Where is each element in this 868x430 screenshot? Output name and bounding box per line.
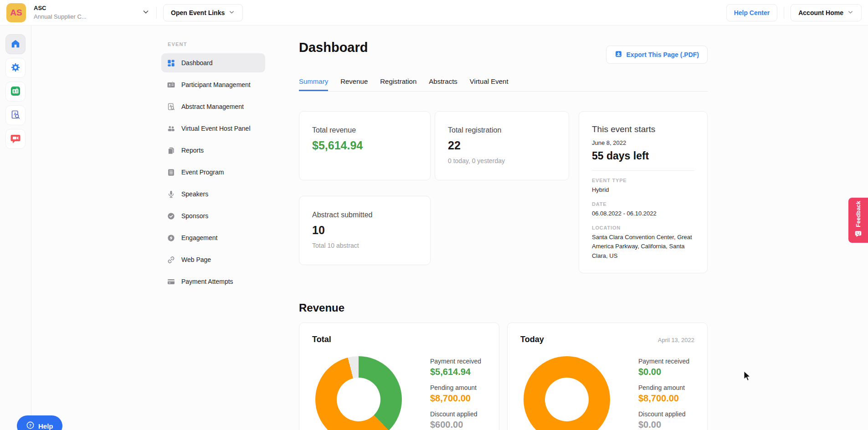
feedback-tab[interactable]: Feedback (848, 198, 868, 243)
dashboard-tabs: Summary Revenue Registration Abstracts V… (299, 77, 708, 92)
link-icon (167, 256, 175, 264)
sidebar-item-abstract-management[interactable]: A Abstract Management (161, 97, 265, 116)
revenue-section-title: Revenue (299, 302, 708, 314)
sidebar-item-label: Event Program (181, 169, 224, 176)
total-registration-subtext: 0 today, 0 yesterday (448, 157, 556, 164)
pages-icon (167, 146, 175, 155)
abstract-submitted-card: Abstract submitted 10 Total 10 abstract (299, 196, 431, 265)
stat-label: Pending amount (430, 384, 481, 391)
stat-value: $8,700.00 (638, 393, 689, 404)
microphone-icon (167, 190, 175, 199)
topbar-right: Help Center Account Home (726, 4, 862, 21)
revenue-total-card: Total Payment received $5,614.94 Pending… (299, 322, 499, 430)
main-content: Dashboard Export This Page (.PDF) Summar… (265, 26, 868, 430)
help-label: Help (38, 422, 53, 430)
doc-search-icon: A (167, 102, 175, 111)
question-circle-icon: ? (26, 421, 35, 430)
sidebar-item-label: Sponsors (181, 212, 208, 220)
top-bar: AS ASC Annual Supplier C... Open Event L… (0, 0, 868, 26)
event-start-date: June 8, 2022 (592, 139, 694, 146)
event-switcher[interactable]: ASC Annual Supplier C... (26, 5, 150, 20)
lightning-icon (167, 234, 175, 242)
stat-value: $5,614.94 (430, 367, 481, 377)
tab-abstracts[interactable]: Abstracts (429, 77, 457, 91)
revenue-today-donut-chart (524, 356, 610, 430)
event-location-value: Santa Clara Convention Center, Great Ame… (592, 233, 694, 260)
total-revenue-label: Total revenue (312, 126, 417, 134)
event-location-label: LOCATION (592, 225, 694, 230)
rail-home-button[interactable] (5, 34, 26, 54)
tab-registration[interactable]: Registration (380, 77, 416, 91)
sidebar-item-dashboard[interactable]: Dashboard (161, 53, 265, 72)
stat-discount-applied: Discount applied $0.00 (638, 410, 689, 430)
sidebar-item-speakers[interactable]: Speakers (161, 184, 265, 204)
sidebar-item-label: Virtual Event Host Panel (181, 125, 251, 132)
event-type-value: Hybrid (592, 185, 694, 195)
sidebar-item-participant-management[interactable]: Participant Management (161, 75, 265, 94)
total-registration-card: Total registration 22 0 today, 0 yesterd… (435, 111, 569, 180)
stat-payment-received: Payment received $0.00 (638, 358, 689, 377)
sidebar-item-event-program[interactable]: Event Program (161, 163, 265, 182)
revenue-today-date: April 13, 2022 (658, 337, 694, 343)
rail-participants-button[interactable] (5, 82, 26, 102)
video-chat-icon (10, 133, 21, 145)
badge-check-icon (167, 212, 175, 220)
sidebar-item-label: Web Page (181, 256, 211, 263)
sidebar-item-payment-attempts[interactable]: Payment Attempts (161, 272, 265, 291)
account-home-label: Account Home (798, 9, 843, 16)
sidebar: EVENT Dashboard Participant Management A… (31, 26, 265, 430)
sidebar-item-reports[interactable]: Reports (161, 141, 265, 160)
revenue-total-title: Total (312, 335, 331, 344)
sidebar-item-label: Participant Management (181, 81, 251, 88)
event-card-divider (592, 170, 694, 171)
stat-pending-amount: Pending amount $8,700.00 (638, 384, 689, 404)
stat-value: $0.00 (638, 420, 689, 430)
revenue-today-title: Today (520, 335, 544, 344)
open-event-links-label: Open Event Links (171, 9, 225, 16)
page-title: Dashboard (299, 40, 368, 55)
stat-label: Pending amount (638, 384, 689, 391)
topbar-divider (156, 7, 157, 19)
sidebar-item-engagement[interactable]: Engagement (161, 228, 265, 247)
sidebar-item-label: Payment Attempts (181, 278, 233, 285)
event-days-left: 55 days left (592, 150, 694, 162)
chevron-down-icon (847, 9, 854, 17)
total-revenue-value: $5,614.94 (312, 139, 417, 152)
tab-virtual-event[interactable]: Virtual Event (470, 77, 508, 91)
chevron-down-icon (228, 9, 235, 17)
export-pdf-button[interactable]: Export This Page (.PDF) (606, 46, 708, 64)
credit-card-icon (167, 277, 175, 286)
total-registration-value: 22 (448, 139, 556, 152)
help-center-button[interactable]: Help Center (726, 4, 778, 21)
event-switcher-chevron[interactable] (142, 8, 150, 17)
people-icon (167, 124, 175, 133)
rail-abstracts-button[interactable]: A (5, 105, 26, 125)
sidebar-item-virtual-event-host-panel[interactable]: Virtual Event Host Panel (161, 119, 265, 138)
help-center-label: Help Center (734, 9, 770, 16)
topbar-divider (784, 7, 784, 19)
sidebar-item-label: Speakers (181, 190, 208, 198)
stat-label: Discount applied (638, 410, 689, 418)
rail-virtual-event-button[interactable] (5, 129, 26, 149)
abstract-submitted-value: 10 (312, 224, 417, 237)
tab-summary[interactable]: Summary (299, 77, 328, 91)
sidebar-item-web-page[interactable]: Web Page (161, 250, 265, 269)
rail-settings-button[interactable] (5, 58, 26, 78)
stat-label: Discount applied (430, 410, 481, 418)
tab-revenue[interactable]: Revenue (340, 77, 368, 91)
gear-icon (10, 62, 21, 74)
sidebar-section-label: EVENT (168, 41, 265, 47)
total-revenue-card: Total revenue $5,614.94 (299, 111, 431, 180)
stat-label: Payment received (430, 358, 481, 365)
open-event-links-button[interactable]: Open Event Links (163, 4, 243, 21)
event-type-label: EVENT TYPE (592, 178, 694, 183)
event-starts-title: This event starts (592, 124, 694, 134)
sidebar-item-sponsors[interactable]: Sponsors (161, 206, 265, 225)
icon-rail: A (0, 26, 31, 430)
sidebar-item-label: Dashboard (181, 59, 213, 67)
event-meta: ASC Annual Supplier C... (34, 5, 87, 20)
account-home-button[interactable]: Account Home (791, 4, 862, 21)
event-starts-card: This event starts June 8, 2022 55 days l… (579, 111, 708, 273)
help-button[interactable]: ? Help (17, 415, 62, 430)
program-list-icon (167, 168, 175, 177)
